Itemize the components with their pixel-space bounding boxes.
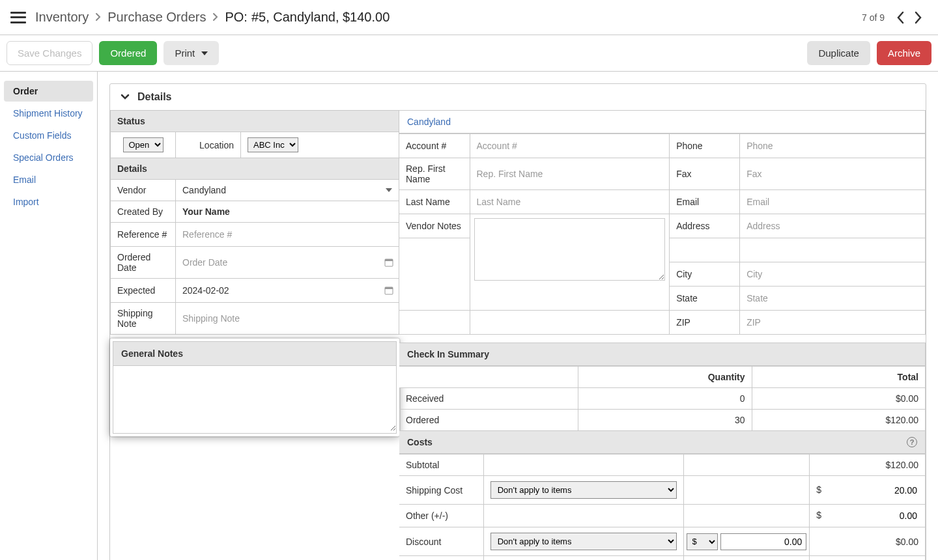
currency-symbol: $ — [816, 484, 821, 495]
pager-next-button[interactable] — [909, 8, 928, 27]
checkin-col-quantity: Quantity — [578, 367, 752, 388]
city-input[interactable] — [746, 268, 918, 281]
svg-rect-3 — [385, 287, 393, 289]
chevron-down-icon — [386, 188, 392, 192]
help-icon[interactable]: ? — [907, 437, 917, 447]
created-by-value: Your Name — [182, 206, 230, 217]
address-input[interactable] — [746, 219, 918, 232]
last-name-label: Last Name — [399, 190, 470, 214]
breadcrumb-purchase-orders[interactable]: Purchase Orders — [107, 10, 206, 25]
other-cost-input[interactable] — [847, 510, 918, 522]
record-pager: 7 of 9 — [862, 8, 928, 27]
sidebar-item-special-orders[interactable]: Special Orders — [4, 147, 93, 168]
fax-label: Fax — [670, 158, 740, 190]
rep-first-label: Rep. First Name — [399, 158, 470, 190]
status-header: Status — [111, 111, 399, 132]
status-select[interactable]: Open — [123, 137, 163, 152]
top-bar: Inventory Purchase Orders PO: #5, Candyl… — [0, 0, 938, 35]
discount-value: $0.00 — [810, 527, 926, 556]
shipping-apply-select[interactable]: Don't apply to items — [490, 481, 677, 499]
action-bar: Save Changes Ordered Print Duplicate Arc… — [0, 35, 938, 72]
calendar-icon[interactable] — [384, 286, 393, 295]
details-section-header[interactable]: Details — [110, 84, 926, 110]
breadcrumb: Inventory Purchase Orders PO: #5, Candyl… — [35, 10, 390, 25]
phone-input[interactable] — [746, 139, 918, 152]
ordered-date-label: Ordered Date — [111, 247, 176, 279]
checkin-received-qty: 0 — [578, 388, 752, 410]
vendor-value: Candyland — [182, 185, 226, 195]
checkin-header: Check In Summary — [399, 343, 926, 366]
general-notes-block: General Notes — [110, 339, 399, 436]
checkin-received-total: $0.00 — [752, 388, 925, 410]
sidebar-item-order[interactable]: Order — [4, 81, 93, 102]
subtotal-value: $120.00 — [810, 455, 926, 476]
account-input[interactable] — [477, 139, 663, 152]
costs-header: Costs — [407, 437, 433, 447]
state-input[interactable] — [746, 292, 918, 305]
general-notes-header: General Notes — [113, 341, 397, 366]
rep-first-input[interactable] — [477, 167, 663, 180]
currency-symbol: $ — [816, 510, 821, 520]
sidebar-item-custom-fields[interactable]: Custom Fields — [4, 125, 93, 146]
checkin-col-total: Total — [752, 367, 925, 388]
phone-label: Phone — [670, 134, 740, 158]
sidebar-item-email[interactable]: Email — [4, 169, 93, 190]
sidebar-item-shipment-history[interactable]: Shipment History — [4, 103, 93, 124]
pager-count: 7 of 9 — [862, 12, 885, 23]
svg-rect-1 — [385, 259, 393, 261]
subtotal-label: Subtotal — [399, 455, 483, 476]
vendor-combobox[interactable]: Candyland — [182, 185, 392, 195]
chevron-down-icon — [201, 51, 208, 55]
breadcrumb-inventory[interactable]: Inventory — [35, 10, 89, 25]
state-label: State — [670, 287, 740, 311]
location-label: Location — [176, 132, 241, 158]
menu-icon[interactable] — [10, 12, 26, 23]
archive-button[interactable]: Archive — [877, 41, 931, 65]
save-changes-button[interactable]: Save Changes — [7, 41, 92, 65]
checkin-ordered-label: Ordered — [399, 410, 578, 431]
discount-amount-input[interactable] — [720, 533, 807, 550]
checkin-received-label: Received — [399, 388, 578, 410]
chevron-right-icon — [212, 10, 218, 25]
breadcrumb-po-prefix: PO: — [225, 10, 247, 25]
reference-input[interactable] — [182, 228, 392, 241]
calendar-icon[interactable] — [384, 258, 393, 267]
email-input[interactable] — [746, 195, 918, 208]
expected-input[interactable] — [182, 284, 392, 297]
ordered-total-label: Ordered Total — [399, 556, 483, 561]
shipping-note-input[interactable] — [182, 312, 392, 325]
sidebar-item-import[interactable]: Import — [4, 191, 93, 212]
account-label: Account # — [399, 134, 470, 158]
chevron-right-icon — [95, 10, 101, 25]
general-notes-textarea[interactable] — [113, 366, 396, 431]
fax-input[interactable] — [746, 167, 918, 180]
address2-input[interactable] — [746, 244, 918, 257]
location-select[interactable]: ABC Inc — [248, 137, 298, 152]
ordered-status-button[interactable]: Ordered — [99, 41, 157, 65]
duplicate-button[interactable]: Duplicate — [807, 41, 870, 65]
details-subheader: Details — [111, 158, 399, 180]
shipping-cost-input[interactable] — [847, 484, 918, 496]
chevron-down-icon — [119, 91, 131, 103]
discount-label: Discount — [399, 527, 483, 556]
pager-prev-button[interactable] — [891, 8, 909, 27]
ordered-date-input[interactable] — [182, 256, 392, 269]
vendor-notes-textarea[interactable] — [474, 218, 666, 281]
print-button[interactable]: Print — [163, 41, 219, 65]
last-name-input[interactable] — [477, 195, 663, 208]
email-label: Email — [670, 190, 740, 214]
ordered-total-value: $140.00 — [810, 556, 926, 561]
discount-unit-select[interactable]: $ — [687, 533, 718, 550]
zip-input[interactable] — [746, 316, 918, 329]
details-title: Details — [137, 91, 171, 103]
vendor-notes-label: Vendor Notes — [399, 214, 470, 238]
vendor-label: Vendor — [111, 180, 176, 201]
other-label: Other (+/-) — [399, 505, 483, 527]
discount-apply-select[interactable]: Don't apply to items — [490, 533, 677, 550]
checkin-ordered-total: $120.00 — [752, 410, 925, 431]
vendor-link[interactable]: Candyland — [407, 117, 451, 127]
reference-label: Reference # — [111, 223, 176, 247]
shipping-note-label: Shipping Note — [111, 303, 176, 335]
shipping-cost-label: Shipping Cost — [399, 476, 483, 505]
checkin-ordered-qty: 30 — [578, 410, 752, 431]
